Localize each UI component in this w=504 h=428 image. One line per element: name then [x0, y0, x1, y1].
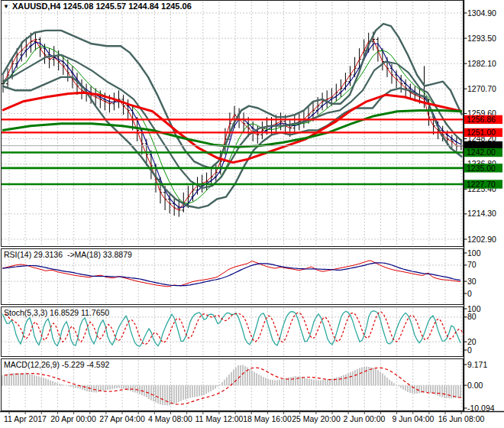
- support-price-badge[interactable]: 1227.70: [464, 180, 502, 189]
- time-axis-label: 2 Jun 00:00: [344, 414, 386, 423]
- resistance-price-badge[interactable]: 1256.86: [464, 115, 502, 124]
- indicator-axis-label: 30: [467, 277, 477, 286]
- time-axis-label: 16 Jun 08:00: [438, 414, 485, 423]
- support-price-badge[interactable]: 1242.00: [464, 148, 502, 157]
- macd-label: MACD(12,26,9) -5.229 -4.592: [4, 360, 109, 369]
- chart-window: 1304.901293.501282.101270.701259.601248.…: [0, 0, 504, 428]
- resistance-price-badge[interactable]: 1251.00: [464, 128, 502, 137]
- support-price-badge[interactable]: 1235.00: [464, 164, 502, 173]
- time-axis-label: 11 Apr 2017: [4, 414, 47, 423]
- indicator-axis-label: -10.094: [467, 404, 495, 413]
- time-axis: 11 Apr 201720 Apr 00:0027 Apr 04:004 May…: [4, 412, 484, 423]
- time-axis-label: 11 May 12:00: [195, 414, 244, 423]
- svg-text:1227.70: 1227.70: [467, 180, 496, 189]
- ohlc-values: 1245.08 1245.57 1244.84 1245.06: [63, 2, 192, 11]
- indicator-axis-label: 70: [467, 260, 477, 269]
- price-axis-label: 1304.90: [467, 8, 496, 18]
- indicator-axis-label: 80: [467, 312, 477, 321]
- chart-title: ▼XAUUSD,H4 1245.08 1245.57 1244.84 1245.…: [3, 2, 192, 11]
- stoch-label: Stoch(5,3,3) 16.8529 11.7650: [4, 308, 109, 317]
- svg-text:1242.00: 1242.00: [467, 148, 496, 157]
- time-axis-label: 27 Apr 04:00: [99, 414, 145, 423]
- svg-text:1251.00: 1251.00: [467, 128, 496, 137]
- time-axis-label: 4 May 08:00: [148, 414, 192, 423]
- price-axis-label: 1214.30: [467, 209, 496, 218]
- indicator-axis-label: 9.171: [467, 360, 487, 369]
- indicator-axis-label: 0: [467, 345, 472, 355]
- indicator-axis-label: 0.00: [467, 381, 483, 390]
- svg-text:1235.00: 1235.00: [467, 164, 496, 173]
- time-axis-label: 20 Apr 00:00: [50, 414, 96, 423]
- indicator-axis-label: 100: [467, 248, 481, 258]
- rsi-label: RSI(14) 29.3136 ->MA(18) 33.8879: [4, 250, 132, 259]
- svg-text:1256.86: 1256.86: [467, 115, 496, 124]
- price-axis-label: 1282.10: [467, 59, 496, 68]
- time-axis-label: 25 May 20:00: [292, 414, 341, 423]
- symbol-dropdown-icon[interactable]: ▼: [3, 3, 9, 10]
- time-axis-label: 18 May 16:00: [243, 414, 292, 423]
- price-axis-label: 1270.70: [467, 84, 496, 93]
- symbol-period: XAUUSD,H4: [12, 2, 61, 11]
- time-axis-label: 9 Jun 04:00: [393, 414, 435, 423]
- indicator-axis-label: 0: [467, 289, 472, 298]
- price-axis-label: 1293.50: [467, 34, 496, 43]
- price-axis-label: 1202.90: [467, 235, 496, 244]
